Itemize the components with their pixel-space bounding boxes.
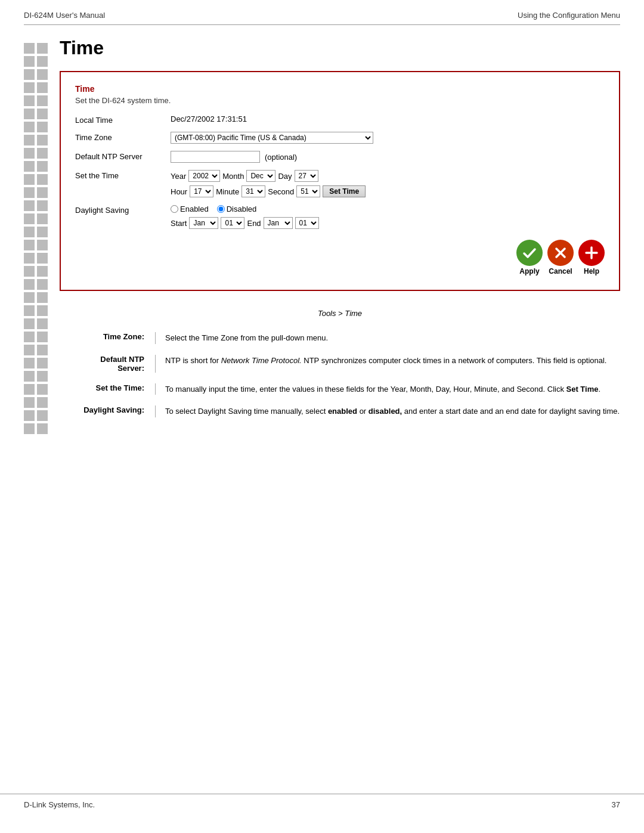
action-row: Apply Cancel xyxy=(75,240,605,275)
caption: Tools > Time xyxy=(60,309,620,318)
time-zone-select[interactable]: (GMT-08:00) Pacific Time (US & Canada) (… xyxy=(171,132,373,144)
header-right: Using the Configuration Menu xyxy=(518,11,620,20)
desc-row-settime: Set the Time: To manually input the time… xyxy=(60,383,620,395)
set-time-label: Set the Time xyxy=(75,170,171,180)
second-label: Second xyxy=(268,187,294,196)
local-time-value: Dec/27/2002 17:31:51 xyxy=(171,114,247,123)
second-select[interactable]: 001530 455159 xyxy=(296,185,320,197)
desc-term-ntp: Default NTP Server: xyxy=(60,355,155,373)
footer-right: 37 xyxy=(612,800,620,809)
apply-btn-group: Apply xyxy=(516,240,543,275)
desc-def-settime: To manually input the time, enter the va… xyxy=(155,383,620,395)
ntp-value: (optional) xyxy=(171,151,297,163)
help-label: Help xyxy=(584,267,599,275)
plus-icon xyxy=(583,244,600,261)
desc-def-daylight: To select Daylight Saving time manually,… xyxy=(155,405,620,417)
minute-select[interactable]: 001530 314559 xyxy=(242,185,265,197)
checkmark-icon xyxy=(521,244,538,261)
config-box-title: Time xyxy=(75,84,605,94)
description-section: Time Zone: Select the Time Zone from the… xyxy=(60,332,620,417)
end-day-select[interactable]: 010203 0405 xyxy=(295,217,319,229)
enabled-radio[interactable] xyxy=(171,205,178,213)
sidebar-decoration xyxy=(24,37,48,434)
desc-row-ntp: Default NTP Server: NTP is short for Net… xyxy=(60,355,620,373)
x-icon xyxy=(552,244,569,261)
cancel-label: Cancel xyxy=(549,267,572,275)
time-zone-row: Time Zone (GMT-08:00) Pacific Time (US &… xyxy=(75,132,605,144)
content-area: Time Time Set the DI-624 system time. Lo… xyxy=(60,37,620,434)
day-label: Day xyxy=(278,172,292,181)
help-button[interactable] xyxy=(578,240,605,266)
set-time-row: Set the Time Year 2002 20032004 Month Ja… xyxy=(75,170,605,197)
time-zone-value: (GMT-08:00) Pacific Time (US & Canada) (… xyxy=(171,132,373,144)
start-month-select[interactable]: JanFebMar AprMayJun JulAugSep OctNovDec xyxy=(189,217,218,229)
desc-term-daylight: Daylight Saving: xyxy=(60,405,155,417)
help-btn-group: Help xyxy=(578,240,605,275)
apply-label: Apply xyxy=(519,267,539,275)
desc-row-daylight: Daylight Saving: To select Daylight Savi… xyxy=(60,405,620,417)
desc-term-settime: Set the Time: xyxy=(60,383,155,395)
ntp-row: Default NTP Server (optional) xyxy=(75,151,605,163)
time-line-1: Year 2002 20032004 Month JanFebMar AprMa… xyxy=(171,170,366,182)
set-time-button[interactable]: Set Time xyxy=(323,185,366,197)
set-time-controls: Year 2002 20032004 Month JanFebMar AprMa… xyxy=(171,170,366,197)
desc-row-timezone: Time Zone: Select the Time Zone from the… xyxy=(60,332,620,344)
hour-select[interactable]: 000108 12172023 xyxy=(190,185,213,197)
apply-button[interactable] xyxy=(516,240,543,266)
daylight-controls: Enabled Disabled Start JanFebMar Ap xyxy=(171,205,319,229)
end-month-select[interactable]: JanFebMar AprMayJun JulAugSep OctNovDec xyxy=(264,217,293,229)
month-select[interactable]: JanFebMar AprMayJun JulAugSep OctNovDec xyxy=(246,170,275,182)
footer-left: D-Link Systems, Inc. xyxy=(24,800,95,809)
page-title: Time xyxy=(60,37,620,59)
desc-def-ntp: NTP is short for Network Time Protocol. … xyxy=(155,355,620,373)
enabled-label: Enabled xyxy=(180,205,209,213)
local-time-row: Local Time Dec/27/2002 17:31:51 xyxy=(75,114,605,125)
enabled-radio-item: Enabled xyxy=(171,205,209,213)
ntp-label: Default NTP Server xyxy=(75,151,171,161)
start-label: Start xyxy=(171,219,187,228)
disabled-radio[interactable] xyxy=(217,205,225,213)
hour-label: Hour xyxy=(171,187,187,196)
main-content: Time Time Set the DI-624 system time. Lo… xyxy=(0,25,644,446)
month-label: Month xyxy=(222,172,244,181)
disabled-radio-item: Disabled xyxy=(217,205,257,213)
cancel-button[interactable] xyxy=(547,240,574,266)
config-box: Time Set the DI-624 system time. Local T… xyxy=(60,71,620,291)
minute-label: Minute xyxy=(216,187,239,196)
ntp-optional: (optional) xyxy=(265,153,297,162)
page-footer: D-Link Systems, Inc. 37 xyxy=(0,794,644,815)
cancel-btn-group: Cancel xyxy=(547,240,574,275)
end-label: End xyxy=(247,219,261,228)
year-label: Year xyxy=(171,172,186,181)
desc-term-timezone: Time Zone: xyxy=(60,332,155,344)
year-select[interactable]: 2002 20032004 xyxy=(188,170,220,182)
desc-def-timezone: Select the Time Zone from the pull-down … xyxy=(155,332,620,344)
header-left: DI-624M User's Manual xyxy=(24,11,105,20)
day-select[interactable]: 010203 040510 152025 272829 3031 xyxy=(295,170,318,182)
local-time-label: Local Time xyxy=(75,114,171,125)
ntp-input[interactable] xyxy=(171,151,260,163)
start-end-row: Start JanFebMar AprMayJun JulAugSep OctN… xyxy=(171,217,319,229)
daylight-row: Daylight Saving Enabled Disabled xyxy=(75,205,605,229)
time-zone-label: Time Zone xyxy=(75,132,171,142)
disabled-label: Disabled xyxy=(227,205,257,213)
radio-row: Enabled Disabled xyxy=(171,205,319,213)
daylight-label: Daylight Saving xyxy=(75,205,171,215)
page-header: DI-624M User's Manual Using the Configur… xyxy=(0,0,644,24)
config-box-subtitle: Set the DI-624 system time. xyxy=(75,96,605,105)
start-day-select[interactable]: 010203 0405 xyxy=(221,217,244,229)
time-line-2: Hour 000108 12172023 Minute 001530 31455… xyxy=(171,185,366,197)
